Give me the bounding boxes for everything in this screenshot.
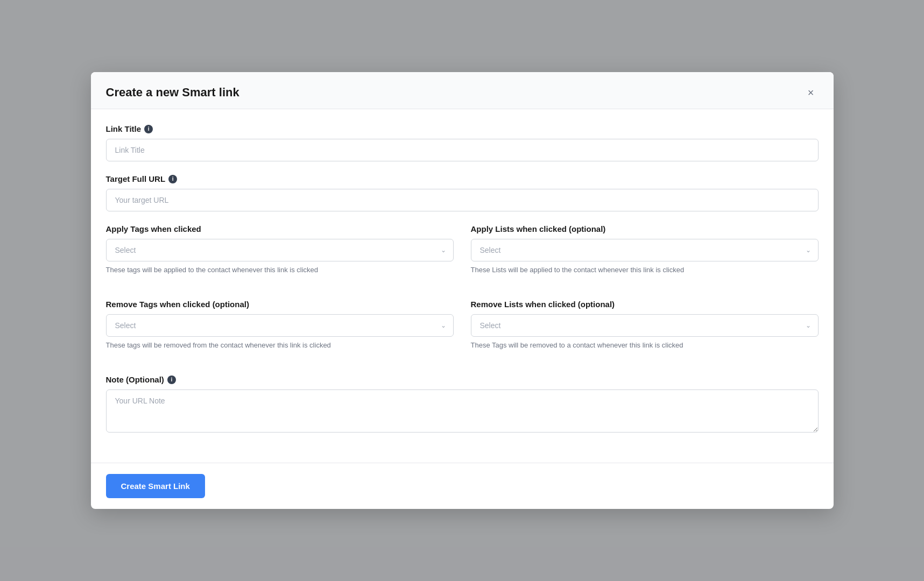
remove-tags-helper: These tags will be removed from the cont… [106,341,454,349]
remove-lists-label: Remove Lists when clicked (optional) [471,300,819,309]
modal-overlay: Create a new Smart link × Link Title i T… [0,0,924,581]
link-title-group: Link Title i [106,124,819,161]
apply-tags-helper: These tags will be applied to the contac… [106,266,454,274]
remove-lists-select[interactable]: Select [471,314,819,337]
remove-row: Remove Tags when clicked (optional) Sele… [106,300,819,362]
note-group: Note (Optional) i [106,375,819,435]
apply-lists-select[interactable]: Select [471,239,819,261]
remove-tags-select[interactable]: Select [106,314,454,337]
apply-tags-label: Apply Tags when clicked [106,224,454,233]
modal-dialog: Create a new Smart link × Link Title i T… [91,72,834,509]
remove-tags-select-wrapper: Select ⌄ [106,314,454,337]
note-label: Note (Optional) i [106,375,819,384]
link-title-input[interactable] [106,139,819,161]
remove-tags-group: Remove Tags when clicked (optional) Sele… [106,300,454,349]
note-textarea[interactable] [106,389,819,433]
link-title-info-icon: i [144,125,153,133]
apply-lists-select-wrapper: Select ⌄ [471,239,819,261]
create-smart-link-button[interactable]: Create Smart Link [106,474,205,498]
modal-title: Create a new Smart link [106,86,239,100]
modal-footer: Create Smart Link [91,463,834,509]
target-url-label: Target Full URL i [106,174,819,183]
apply-lists-helper: These Lists will be applied to the conta… [471,266,819,274]
note-info-icon: i [167,375,176,384]
apply-lists-group: Apply Lists when clicked (optional) Sele… [471,224,819,274]
remove-lists-select-wrapper: Select ⌄ [471,314,819,337]
modal-body: Link Title i Target Full URL i [91,109,834,463]
remove-lists-group: Remove Lists when clicked (optional) Sel… [471,300,819,349]
modal-header: Create a new Smart link × [91,72,834,109]
target-url-group: Target Full URL i [106,174,819,211]
remove-tags-label: Remove Tags when clicked (optional) [106,300,454,309]
apply-tags-select-wrapper: Select ⌄ [106,239,454,261]
apply-tags-group: Apply Tags when clicked Select ⌄ These t… [106,224,454,274]
target-url-input[interactable] [106,189,819,211]
apply-row: Apply Tags when clicked Select ⌄ These t… [106,224,819,287]
remove-lists-helper: These Tags will be removed to a contact … [471,341,819,349]
target-url-info-icon: i [168,175,177,183]
link-title-label: Link Title i [106,124,819,133]
apply-lists-label: Apply Lists when clicked (optional) [471,224,819,233]
apply-tags-select[interactable]: Select [106,239,454,261]
close-button[interactable]: × [803,85,819,100]
